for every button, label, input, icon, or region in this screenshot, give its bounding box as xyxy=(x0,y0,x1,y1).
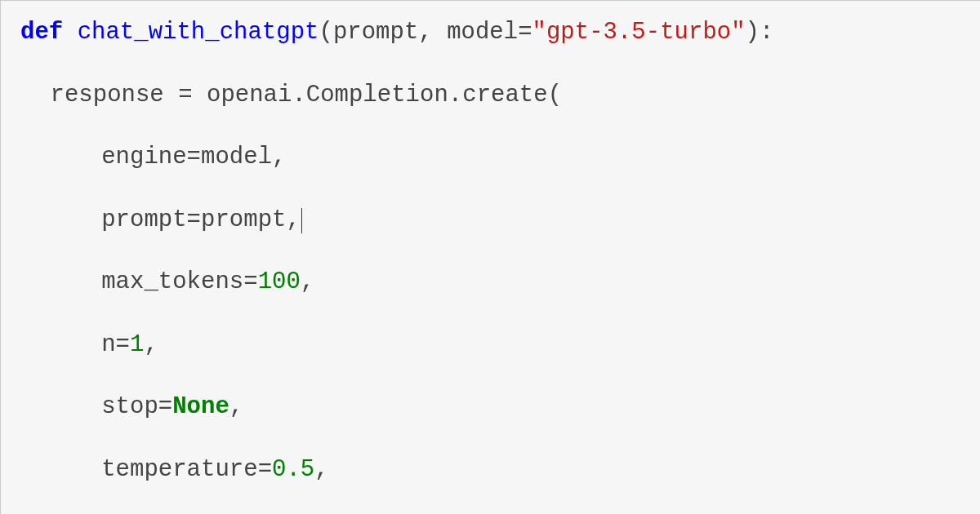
num-05: 0.5 xyxy=(272,456,314,483)
kwarg-maxtokens: max_tokens xyxy=(101,268,243,295)
comma: , xyxy=(229,393,243,420)
equals: = xyxy=(518,19,532,46)
colon: : xyxy=(760,19,773,46)
equals: = xyxy=(116,331,130,358)
val-model: model xyxy=(201,144,272,171)
num-1: 1 xyxy=(130,331,144,358)
assign-op: = xyxy=(178,82,207,109)
code-line-5: max_tokens=100, xyxy=(20,267,960,298)
param-model: model xyxy=(447,19,518,46)
code-line-4: prompt=prompt, xyxy=(20,205,960,236)
equals: = xyxy=(243,268,257,295)
string-literal: "gpt-3.5-turbo" xyxy=(532,19,746,46)
none-literal: None xyxy=(172,393,229,420)
param-prompt: prompt xyxy=(333,19,418,46)
var-response: response xyxy=(51,82,179,109)
kwarg-temperature: temperature xyxy=(101,456,257,483)
paren-close: ) xyxy=(746,19,760,46)
function-name: chat_with_chatgpt xyxy=(78,19,319,46)
equals: = xyxy=(187,144,201,171)
comma: , xyxy=(314,456,328,483)
kwarg-n: n xyxy=(101,331,115,358)
equals: = xyxy=(258,456,272,483)
keyword-def: def xyxy=(20,19,63,46)
code-line-7: stop=None, xyxy=(20,392,960,423)
equals: = xyxy=(187,206,201,233)
val-prompt: prompt xyxy=(201,206,286,233)
kwarg-engine: engine xyxy=(101,144,186,171)
comma: , xyxy=(144,331,158,358)
comma: , xyxy=(286,206,300,233)
comma: , xyxy=(301,268,314,295)
equals: = xyxy=(158,393,172,420)
code-line-6: n=1, xyxy=(20,330,960,361)
call-openai: openai.Completion.create( xyxy=(207,82,562,109)
kwarg-prompt: prompt xyxy=(101,206,186,233)
code-line-2: response = openai.Completion.create( xyxy=(20,80,960,111)
kwarg-stop: stop xyxy=(101,393,158,420)
code-line-8: temperature=0.5, xyxy=(20,454,960,485)
code-line-3: engine=model, xyxy=(20,142,960,173)
comma: , xyxy=(418,19,447,46)
num-100: 100 xyxy=(258,268,301,295)
code-line-1: def chat_with_chatgpt(prompt, model="gpt… xyxy=(20,17,960,48)
paren-open: ( xyxy=(318,19,332,46)
comma: , xyxy=(272,144,286,171)
code-block: def chat_with_chatgpt(prompt, model="gpt… xyxy=(20,17,960,514)
text-cursor xyxy=(301,208,302,233)
